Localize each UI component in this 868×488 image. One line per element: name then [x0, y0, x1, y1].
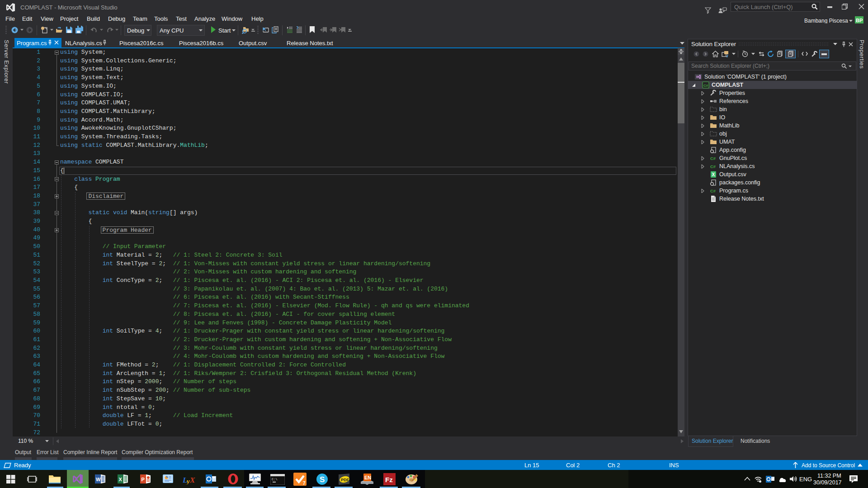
svg-text:X: X	[189, 476, 195, 484]
svg-text:PDF: PDF	[341, 478, 349, 482]
svg-text:C#: C#	[703, 84, 708, 88]
svg-text:Fz: Fz	[385, 476, 393, 483]
svg-text:P: P	[142, 477, 145, 482]
svg-text:EN: EN	[364, 475, 371, 480]
svg-text:X: X	[712, 172, 715, 177]
svg-text:C:\: C:\	[272, 478, 278, 481]
svg-text:7: 7	[303, 481, 306, 486]
svg-text:C#: C#	[710, 164, 716, 169]
svg-text:C#: C#	[710, 156, 716, 161]
svg-text:C#: C#	[710, 188, 716, 193]
svg-text:W: W	[96, 477, 101, 482]
svg-text:S: S	[320, 475, 325, 484]
svg-text:y: y	[186, 478, 190, 484]
svg-text:X: X	[119, 477, 123, 482]
